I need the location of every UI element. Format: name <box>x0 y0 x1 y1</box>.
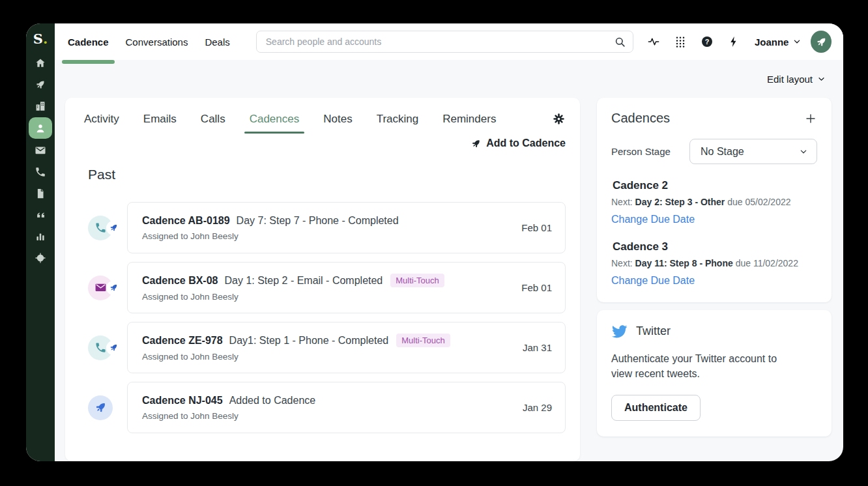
logo-letter: S <box>33 31 43 47</box>
change-due-date-link[interactable]: Change Due Date <box>611 275 695 287</box>
cadence-entry-next: Next: Day 11: Step 8 - Phone due 11/02/2… <box>611 258 817 268</box>
sidebar-item-calls[interactable] <box>29 161 52 182</box>
nav-tab-cadence[interactable]: Cadence <box>65 23 111 60</box>
cadence-entry-next: Next: Day 2: Step 3 - Other due 05/02/20… <box>611 197 817 207</box>
twitter-panel-title: Twitter <box>636 324 671 338</box>
sidebar-item-snippets[interactable] <box>29 204 52 225</box>
phone-icon <box>35 166 46 178</box>
item-subtitle: Added to Cadence <box>229 395 316 407</box>
nav-label: Cadence <box>68 36 109 48</box>
twitter-icon <box>611 323 628 339</box>
tab-cadences[interactable]: Cadences <box>250 113 300 126</box>
item-date: Feb 01 <box>521 222 552 233</box>
pulse-icon <box>647 35 660 48</box>
authenticate-button[interactable]: Authenticate <box>611 395 701 421</box>
home-icon <box>35 57 46 69</box>
add-to-cadence-label: Add to Cadence <box>486 137 566 149</box>
activity-pulse-button[interactable] <box>647 35 660 49</box>
twitter-auth-message: Authenticate your Twitter account to vie… <box>611 351 794 381</box>
sidebar-item-people[interactable] <box>29 117 52 139</box>
item-assigned-to: Assigned to John Beesly <box>142 352 512 362</box>
phone-activity-avatar <box>88 216 113 240</box>
rocket-icon <box>470 138 482 149</box>
item-date: Jan 29 <box>523 402 552 413</box>
search-box[interactable] <box>256 31 633 53</box>
content-columns: Activity Emails Calls Cadences Notes Tra… <box>55 98 843 461</box>
edit-layout-button[interactable]: Edit layout <box>767 74 826 85</box>
person-stage-select[interactable]: No Stage <box>689 139 817 164</box>
building-icon <box>35 100 46 112</box>
rocket-badge <box>106 281 121 295</box>
crosshair-icon <box>35 252 46 264</box>
activity-tabs: Activity Emails Calls Cadences Notes Tra… <box>80 112 566 126</box>
list-item[interactable]: Cadence AB-0189 Day 7: Step 7 - Phone - … <box>88 202 566 253</box>
question-icon: ? <box>701 35 714 48</box>
phone-activity-avatar <box>88 336 113 360</box>
nav-tab-deals[interactable]: Deals <box>202 23 232 60</box>
tab-reminders[interactable]: Reminders <box>442 113 496 126</box>
person-stage-value: No Stage <box>701 146 744 158</box>
dialer-button[interactable] <box>674 35 687 49</box>
change-due-date-link[interactable]: Change Due Date <box>611 214 695 225</box>
sidebar-item-home[interactable] <box>29 52 52 74</box>
chevron-down-icon <box>792 36 802 47</box>
sidebar-item-emails[interactable] <box>29 139 52 161</box>
item-card: Cadence NJ-045 Added to Cadence Assigned… <box>127 382 566 433</box>
item-subtitle: Day1: Step 1 - Phone - Completed <box>229 335 389 347</box>
item-title: Cadence AB-0189 <box>142 215 230 227</box>
item-subtitle: Day 1: Step 2 - Email - Completed <box>225 275 383 287</box>
tab-emails[interactable]: Emails <box>143 113 177 126</box>
sidebar-item-templates[interactable] <box>29 182 52 204</box>
person-stage-label: Person Stage <box>611 146 671 157</box>
list-item[interactable]: Cadence NJ-045 Added to Cadence Assigned… <box>88 382 566 433</box>
top-navigation-bar: Cadence Conversations Deals ? Joanne <box>55 23 843 60</box>
cadence-entry-name: Cadence 3 <box>611 240 817 253</box>
tab-activity[interactable]: Activity <box>84 113 119 126</box>
sidebar-item-analytics[interactable] <box>29 225 52 247</box>
item-title: Cadence NJ-045 <box>142 395 223 407</box>
cadence-activity-avatar <box>88 395 113 420</box>
dialpad-icon <box>674 35 687 48</box>
plus-icon <box>804 112 817 125</box>
cadence-entry-name: Cadence 2 <box>611 179 817 192</box>
search-icon <box>614 36 626 48</box>
mail-icon <box>35 145 46 156</box>
tab-settings-button[interactable] <box>552 112 566 126</box>
user-avatar-button[interactable] <box>811 31 832 53</box>
item-card: Cadence BX-08 Day 1: Step 2 - Email - Co… <box>127 262 566 313</box>
cadences-panel: Cadences Person Stage No Stage <box>597 98 832 302</box>
twitter-panel: Twitter Authenticate your Twitter accoun… <box>597 310 832 436</box>
item-assigned-to: Assigned to John Beesly <box>142 411 512 421</box>
user-menu[interactable]: Joanne <box>755 36 803 48</box>
quote-icon <box>35 209 46 221</box>
help-button[interactable]: ? <box>701 35 714 49</box>
item-title: Cadence BX-08 <box>142 275 218 287</box>
cadences-panel-title: Cadences <box>611 111 670 126</box>
tab-notes[interactable]: Notes <box>323 113 352 126</box>
tab-calls[interactable]: Calls <box>201 113 225 126</box>
rocket-icon <box>109 343 119 352</box>
chevron-down-icon <box>817 74 826 84</box>
item-date: Jan 31 <box>523 342 552 353</box>
add-cadence-button[interactable] <box>804 112 817 125</box>
edit-layout-label: Edit layout <box>767 74 813 85</box>
due-date: due 05/02/2022 <box>727 197 790 207</box>
person-activity-card: Activity Emails Calls Cadences Notes Tra… <box>65 98 580 461</box>
list-item[interactable]: Cadence BX-08 Day 1: Step 2 - Email - Co… <box>88 262 566 313</box>
phone-icon <box>94 222 107 234</box>
app-window: S. <box>26 23 843 461</box>
item-date: Feb 01 <box>521 282 552 293</box>
sidebar-item-targeting[interactable] <box>29 247 52 268</box>
sidebar-item-cadences[interactable] <box>29 74 52 95</box>
tab-tracking[interactable]: Tracking <box>377 113 419 126</box>
user-name: Joanne <box>755 36 789 48</box>
main-column: Cadence Conversations Deals ? Joanne <box>55 23 843 461</box>
sidebar-item-accounts[interactable] <box>29 95 52 117</box>
email-activity-avatar <box>88 276 113 300</box>
nav-tab-conversations[interactable]: Conversations <box>123 23 191 60</box>
cadence-activity-list: Cadence AB-0189 Day 7: Step 7 - Phone - … <box>88 202 566 433</box>
search-input[interactable] <box>266 36 614 47</box>
add-to-cadence-button[interactable]: Add to Cadence <box>470 137 566 149</box>
quick-actions-button[interactable] <box>727 35 740 49</box>
list-item[interactable]: Cadence ZE-978 Day1: Step 1 - Phone - Co… <box>88 322 566 373</box>
